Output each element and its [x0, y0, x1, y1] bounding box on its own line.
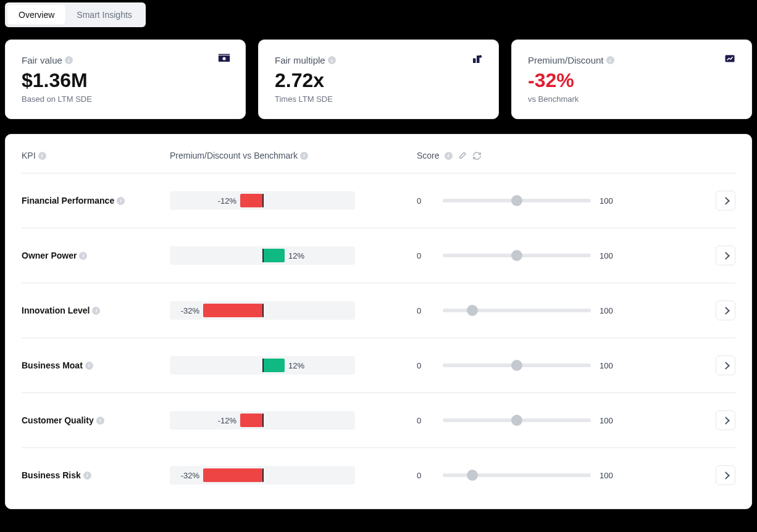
score-slider[interactable] — [443, 254, 591, 257]
score-min: 0 — [417, 196, 434, 206]
expand-button[interactable] — [716, 355, 735, 375]
card-value: -32% — [528, 69, 735, 92]
svg-rect-2 — [219, 54, 230, 56]
score-min: 0 — [417, 416, 434, 425]
kpi-row: Business Moati12%0100 — [22, 338, 735, 393]
score-min: 0 — [417, 251, 434, 260]
info-icon[interactable]: i — [328, 56, 336, 64]
score-min: 0 — [417, 471, 434, 480]
info-icon[interactable]: i — [96, 417, 104, 425]
score-slider-wrap: 0100 — [417, 465, 735, 485]
premium-discount-bar: -32% — [170, 301, 417, 320]
pd-value-label: 12% — [288, 361, 304, 370]
score-slider[interactable] — [443, 364, 591, 367]
kpi-name: Innovation Leveli — [22, 305, 170, 315]
card-subtitle: vs Benchmark — [528, 94, 735, 104]
tab-smart-insights[interactable]: Smart Insights — [65, 5, 143, 25]
tabs-container: OverviewSmart Insights — [5, 2, 146, 27]
summary-card: Fair multiplei2.72xTimes LTM SDE — [258, 39, 499, 119]
score-slider[interactable] — [443, 473, 591, 477]
card-value: 2.72x — [275, 69, 482, 92]
summary-card: Fair valuei$1.36MBased on LTM SDE — [5, 39, 246, 119]
score-max: 100 — [600, 196, 617, 206]
header-pd: Premium/Discount vs Benchmark i — [170, 151, 417, 160]
premium-discount-bar: -12% — [170, 191, 417, 210]
slider-thumb[interactable] — [467, 305, 478, 316]
pd-value-label: 12% — [288, 251, 304, 260]
chevron-right-icon — [723, 473, 729, 478]
kpi-panel-header: KPI i Premium/Discount vs Benchmark i Sc… — [22, 151, 735, 173]
info-icon[interactable]: i — [38, 152, 46, 160]
chevron-right-icon — [723, 308, 729, 314]
summary-cards-row: Fair valuei$1.36MBased on LTM SDEFair mu… — [0, 27, 757, 124]
kpi-row: Business Riski-32%0100 — [22, 448, 735, 502]
slider-thumb[interactable] — [511, 415, 522, 426]
chart-icon — [724, 54, 737, 65]
card-label: Fair valuei — [22, 55, 229, 65]
card-label: Fair multiplei — [275, 55, 482, 65]
info-icon[interactable]: i — [79, 252, 87, 260]
kpi-name: Financial Performancei — [22, 196, 170, 206]
pd-value-label: -12% — [218, 416, 236, 425]
info-icon[interactable]: i — [83, 472, 91, 480]
info-icon[interactable]: i — [65, 56, 73, 64]
kpi-name: Owner Poweri — [22, 251, 170, 260]
score-max: 100 — [600, 361, 617, 370]
slider-thumb[interactable] — [511, 195, 522, 206]
score-max: 100 — [600, 306, 617, 315]
chevron-right-icon — [723, 363, 729, 368]
pd-value-label: -12% — [218, 196, 236, 206]
score-slider-wrap: 0100 — [417, 191, 735, 210]
slider-thumb[interactable] — [511, 360, 522, 371]
score-min: 0 — [417, 361, 434, 370]
score-slider-wrap: 0100 — [417, 355, 735, 375]
score-slider-wrap: 0100 — [417, 246, 735, 265]
refresh-icon[interactable] — [472, 151, 482, 160]
expand-button[interactable] — [716, 246, 735, 265]
slider-thumb[interactable] — [467, 470, 478, 481]
score-min: 0 — [417, 306, 434, 315]
chevron-right-icon — [723, 198, 729, 204]
info-icon[interactable]: i — [92, 307, 100, 315]
score-slider[interactable] — [443, 309, 591, 312]
kpi-row: Customer Qualityi-12%0100 — [22, 393, 735, 448]
slider-thumb[interactable] — [511, 250, 522, 261]
score-slider-wrap: 0100 — [417, 410, 735, 430]
score-max: 100 — [600, 416, 617, 425]
cash-icon — [218, 54, 230, 65]
info-icon[interactable]: i — [300, 152, 308, 160]
info-icon[interactable]: i — [445, 152, 453, 160]
expand-button[interactable] — [716, 410, 735, 430]
kpi-row: Innovation Leveli-32%0100 — [22, 283, 735, 338]
info-icon[interactable]: i — [85, 362, 93, 370]
expand-button[interactable] — [716, 301, 735, 320]
expand-button[interactable] — [716, 191, 735, 210]
kpi-panel: KPI i Premium/Discount vs Benchmark i Sc… — [5, 134, 752, 509]
svg-point-3 — [479, 55, 482, 58]
premium-discount-bar: 12% — [170, 356, 417, 375]
tab-overview[interactable]: Overview — [7, 5, 65, 25]
header-kpi: KPI i — [22, 151, 170, 160]
kpi-row: Financial Performancei-12%0100 — [22, 173, 735, 228]
score-max: 100 — [600, 471, 617, 480]
expand-button[interactable] — [716, 465, 735, 485]
score-slider-wrap: 0100 — [417, 301, 735, 320]
chevron-right-icon — [723, 418, 729, 423]
kpi-name: Customer Qualityi — [22, 415, 170, 425]
score-slider[interactable] — [443, 418, 591, 422]
card-subtitle: Times LTM SDE — [275, 94, 482, 104]
score-slider[interactable] — [443, 199, 591, 202]
header-kpi-label: KPI — [22, 151, 36, 160]
score-max: 100 — [600, 251, 617, 260]
header-score-label: Score — [417, 151, 440, 160]
card-label: Premium/Discounti — [528, 55, 735, 65]
chevron-right-icon — [723, 253, 729, 259]
info-icon[interactable]: i — [606, 56, 614, 64]
edit-icon[interactable] — [458, 151, 467, 160]
header-pd-label: Premium/Discount vs Benchmark — [170, 151, 298, 160]
pd-value-label: -32% — [181, 306, 199, 315]
kpi-row: Owner Poweri12%0100 — [22, 228, 735, 283]
premium-discount-bar: 12% — [170, 246, 417, 265]
multiple-icon — [471, 54, 483, 65]
info-icon[interactable]: i — [117, 197, 125, 205]
